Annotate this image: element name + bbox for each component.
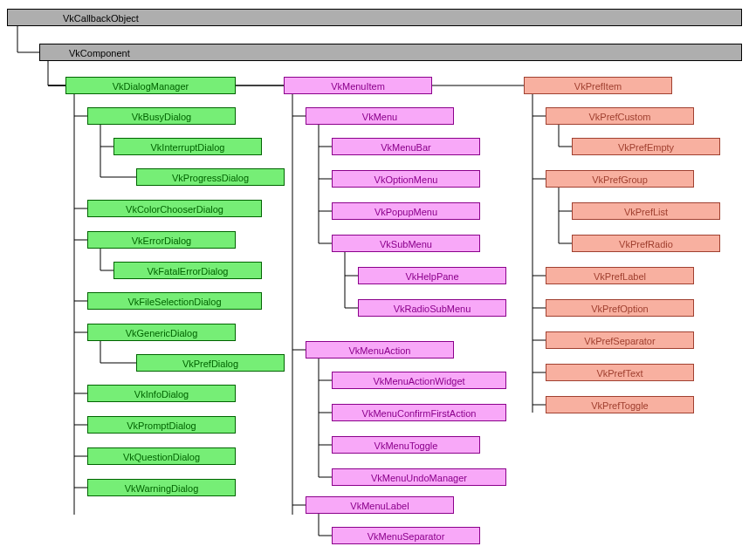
node-vkdialogmanager: VkDialogManager <box>65 77 236 94</box>
node-vkmenuactionwidget: VkMenuActionWidget <box>332 372 506 389</box>
node-vkcomponent: VkComponent <box>39 44 742 61</box>
node-vkinterruptdialog: VkInterruptDialog <box>113 138 262 155</box>
node-vkquestiondialog: VkQuestionDialog <box>87 447 236 465</box>
node-vkcallbackobject: VkCallbackObject <box>7 9 742 26</box>
label: VkCallbackObject <box>63 13 139 24</box>
node-vkprefcustom: VkPrefCustom <box>546 107 694 125</box>
node-vkwarningdialog: VkWarningDialog <box>87 479 236 496</box>
node-vkpromptdialog: VkPromptDialog <box>87 416 236 434</box>
node-vkpreftoggle: VkPrefToggle <box>546 396 694 413</box>
node-vkpopupmenu: VkPopupMenu <box>332 202 480 220</box>
node-vkoptionmenu: VkOptionMenu <box>332 170 480 188</box>
node-vkmenuconfirmfirstaction: VkMenuConfirmFirstAction <box>332 404 506 421</box>
node-vkprefitem: VkPrefItem <box>524 77 672 94</box>
node-vkerrordialog: VkErrorDialog <box>87 231 236 249</box>
node-vkmenubar: VkMenuBar <box>332 138 480 155</box>
node-vkprogressdialog: VkProgressDialog <box>136 168 285 186</box>
node-vkbusydialog: VkBusyDialog <box>87 107 236 125</box>
node-vkfatalerrordialog: VkFatalErrorDialog <box>113 262 262 279</box>
node-vkmenuaction: VkMenuAction <box>306 341 454 359</box>
node-vkradiosubmenu: VkRadioSubMenu <box>358 299 506 317</box>
node-vkpreflist: VkPrefList <box>572 202 720 220</box>
node-vkprefradio: VkPrefRadio <box>572 235 720 252</box>
node-vkmenuseparator: VkMenuSeparator <box>332 527 480 544</box>
node-vkgenericdialog: VkGenericDialog <box>87 324 236 341</box>
label: VkComponent <box>69 48 130 58</box>
node-vkprefdialog: VkPrefDialog <box>136 354 285 372</box>
node-vkhelppane: VkHelpPane <box>358 267 506 284</box>
node-vkpreftext: VkPrefText <box>546 364 694 381</box>
node-vkprefgroup: VkPrefGroup <box>546 170 694 188</box>
node-vkpreflabel: VkPrefLabel <box>546 267 694 284</box>
node-vkcolorchooserdialog: VkColorChooserDialog <box>87 200 262 217</box>
node-vkmenulabel: VkMenuLabel <box>306 496 454 514</box>
node-vkmenuitem: VkMenuItem <box>284 77 432 94</box>
node-vksubmenu: VkSubMenu <box>332 235 480 252</box>
node-vkmenutoggle: VkMenuToggle <box>332 436 480 454</box>
node-vkfileselectiondialog: VkFileSelectionDialog <box>87 292 262 310</box>
node-vkmenuundomanager: VkMenuUndoManager <box>332 468 506 486</box>
node-vkprefseparator: VkPrefSeparator <box>546 331 694 349</box>
node-vkprefoption: VkPrefOption <box>546 299 694 317</box>
node-vkmenu: VkMenu <box>306 107 454 125</box>
node-vkinfodialog: VkInfoDialog <box>87 385 236 402</box>
node-vkprefempty: VkPrefEmpty <box>572 138 720 155</box>
